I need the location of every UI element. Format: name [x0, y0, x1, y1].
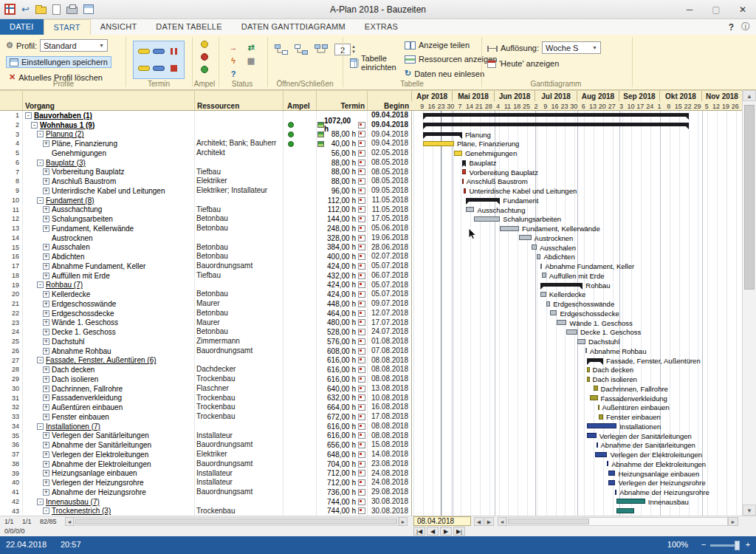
- termin-edit-icon[interactable]: [358, 168, 365, 175]
- tree-toggle-icon[interactable]: +: [43, 216, 49, 222]
- tree-toggle-icon[interactable]: +: [43, 376, 49, 383]
- tree-toggle-icon[interactable]: +: [43, 366, 49, 373]
- tree-toggle-icon[interactable]: +: [43, 291, 49, 298]
- tree-toggle-icon[interactable]: +: [43, 273, 49, 279]
- table-row[interactable]: 21+ErdgeschosswändeMaurer448,00 h09.07.2…: [0, 299, 411, 309]
- gantt-scroll-right-icon[interactable]: ►: [728, 517, 738, 526]
- status-refresh-icon[interactable]: ⇄: [247, 43, 254, 52]
- table-row[interactable]: 29+Dach isolierenTrockenbau616,00 h08.08…: [0, 375, 411, 384]
- termin-edit-icon[interactable]: [358, 461, 365, 468]
- status-question-icon[interactable]: ?: [231, 69, 236, 79]
- table-row[interactable]: 22+ErdgeschossdeckeBetonbau464,00 h12.07…: [0, 309, 411, 318]
- termin-yellow-bar-icon[interactable]: [138, 49, 150, 54]
- gantt-bar[interactable]: [474, 216, 500, 222]
- go-prev-button[interactable]: ◀: [427, 527, 439, 536]
- termin-edit-icon[interactable]: [358, 479, 365, 486]
- table-row[interactable]: 18+Auffüllen mit ErdeTiefbau432,00 h06.0…: [0, 271, 411, 281]
- tree-toggle-icon[interactable]: +: [43, 489, 49, 496]
- table-row[interactable]: 7+Vorbereitung BauplatzTiefbau88,00 h08.…: [0, 168, 411, 177]
- termin-edit-icon[interactable]: [358, 235, 365, 242]
- tree-toggle-icon[interactable]: -: [37, 131, 44, 137]
- termin-edit-icon[interactable]: [358, 122, 365, 129]
- termin-edit-icon[interactable]: [358, 225, 365, 232]
- gantt-bar[interactable]: [540, 292, 546, 297]
- gantt-bar[interactable]: [577, 339, 585, 344]
- tree-toggle-icon[interactable]: +: [43, 168, 49, 175]
- gantt-bar[interactable]: [454, 151, 462, 156]
- gantt-bar[interactable]: [599, 414, 603, 420]
- resolution-dropdown[interactable]: Woche S▼: [542, 41, 601, 54]
- table-row[interactable]: 43-Trockenestrich (3)Trockenbau744,00 h3…: [0, 507, 411, 516]
- tree-toggle-icon[interactable]: +: [43, 404, 49, 411]
- tab-ansicht[interactable]: ANSICHT: [91, 19, 147, 35]
- table-row[interactable]: 25+DachstuhlZimmermann576,00 h01.08.2018: [0, 337, 411, 346]
- gantt-bar[interactable]: [557, 320, 566, 325]
- table-setup-button[interactable]: Tabelle einrichten: [347, 51, 400, 75]
- tree-toggle-icon[interactable]: -: [31, 122, 38, 129]
- gantt-bar[interactable]: [423, 141, 454, 146]
- gantt-bar[interactable]: [597, 442, 598, 448]
- status-grid-icon[interactable]: ▦: [247, 56, 255, 66]
- gantt-bar[interactable]: [542, 273, 546, 278]
- termin-edit-icon[interactable]: [358, 131, 365, 137]
- gantt-bar[interactable]: [587, 367, 590, 372]
- termin-edit-icon[interactable]: [358, 489, 365, 496]
- tree-toggle-icon[interactable]: +: [43, 178, 49, 185]
- gantt-bar[interactable]: [519, 235, 532, 240]
- tab-daten-ganttdiagramm[interactable]: DATEN GANTTDIAGRAMM: [232, 19, 355, 35]
- maximize-button[interactable]: ▢: [703, 0, 729, 19]
- termin-edit-icon[interactable]: [358, 329, 365, 335]
- gantt-bar[interactable]: [616, 499, 645, 504]
- termin-edit-icon[interactable]: [358, 281, 365, 288]
- gantt-bar[interactable]: [546, 301, 551, 307]
- termin-edit-icon[interactable]: [358, 310, 365, 317]
- zoom-slider[interactable]: [710, 544, 740, 547]
- table-row[interactable]: 27-Fassade, Fenster, Außentüren (6)616,0…: [0, 356, 411, 366]
- gantt-bar[interactable]: [587, 433, 597, 438]
- expand-level-icon[interactable]: [315, 44, 328, 55]
- tree-toggle-icon[interactable]: +: [43, 348, 49, 355]
- termin-edit-icon[interactable]: [358, 432, 365, 439]
- tree-toggle-icon[interactable]: +: [43, 329, 49, 335]
- gantt-scrollbar-thumb[interactable]: [508, 519, 589, 524]
- table-row[interactable]: 2-Wohnhaus 1 (9)1072,00 h09.04.2018: [0, 120, 411, 130]
- scroll-up-icon[interactable]: ▲: [743, 90, 756, 101]
- gantt-bar[interactable]: [587, 423, 616, 428]
- gantt-start-date-field[interactable]: 08.04.2018: [413, 516, 471, 526]
- tab-datei[interactable]: DATEI: [0, 19, 44, 35]
- minimize-button[interactable]: ─: [676, 0, 703, 19]
- column-header-beginn[interactable]: Beginn: [367, 101, 409, 111]
- termin-blue-bar2-icon[interactable]: [153, 66, 165, 71]
- termin-edit-icon[interactable]: [358, 150, 365, 157]
- table-row[interactable]: 16+AbdichtenBetonbau400,00 h02.07.2018: [0, 252, 411, 261]
- table-row[interactable]: 30+Dachrinnen, FallrohreFlaschner640,00 …: [0, 384, 411, 394]
- table-row[interactable]: 34-Installationen (7)616,00 h08.08.2018: [0, 422, 411, 431]
- table-row[interactable]: 19-Rohbau (7)424,00 h05.07.2018: [0, 281, 411, 290]
- table-scrollbar-thumb[interactable]: [75, 519, 397, 524]
- termin-edit-icon[interactable]: [358, 348, 365, 355]
- termin-edit-icon[interactable]: [358, 244, 365, 250]
- zoom-in-icon[interactable]: +: [743, 540, 753, 550]
- table-row[interactable]: 33+Fenster einbauenTrockenbau672,00 h17.…: [0, 412, 411, 422]
- table-row[interactable]: 38+Abnahme der ElektroleitungenBauordnun…: [0, 459, 411, 469]
- termin-edit-icon[interactable]: [358, 357, 365, 363]
- table-row[interactable]: 26+Abnahme RohbauBauordnungsamt608,00 h0…: [0, 346, 411, 356]
- table-row[interactable]: 9+Unterirdische Kabel und LeitungenElekt…: [0, 186, 411, 196]
- termin-pause-icon[interactable]: [171, 48, 177, 55]
- go-last-button[interactable]: ▶|: [453, 527, 465, 536]
- gantt-bar[interactable]: [590, 395, 598, 400]
- gantt-bar[interactable]: [566, 329, 577, 335]
- gantt-bar[interactable]: [616, 508, 634, 513]
- termin-edit-icon[interactable]: [358, 404, 365, 411]
- termin-edit-icon[interactable]: [358, 160, 365, 166]
- table-row[interactable]: 32+Außentüren einbauenTrockenbau664,00 h…: [0, 403, 411, 412]
- gantt-bar[interactable]: [608, 471, 615, 476]
- tree-toggle-icon[interactable]: -: [25, 112, 32, 119]
- termin-edit-icon[interactable]: [358, 423, 365, 430]
- column-header-termin[interactable]: Termin: [316, 101, 365, 111]
- tree-toggle-icon[interactable]: +: [43, 206, 49, 213]
- termin-edit-icon[interactable]: [358, 386, 365, 392]
- tree-toggle-icon[interactable]: +: [43, 432, 49, 439]
- table-row[interactable]: 6-Bauplatz (3)88,00 h08.05.2018: [0, 158, 411, 168]
- termin-edit-icon[interactable]: [358, 499, 365, 505]
